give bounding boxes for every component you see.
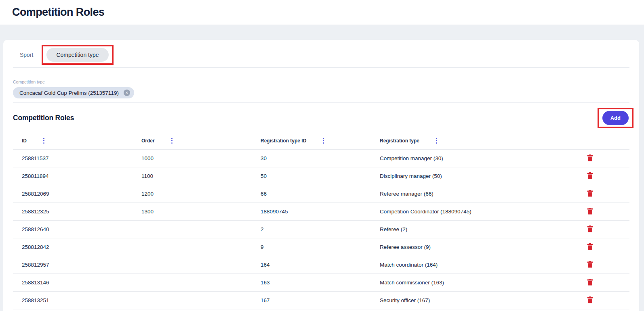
cell-order — [133, 220, 252, 238]
annotation-box-tab: Competition type — [42, 45, 113, 65]
tab-sport[interactable]: Sport — [13, 48, 40, 62]
trash-icon — [587, 190, 593, 197]
table-body: 258811537 1000 30 Competition manager (3… — [13, 149, 629, 309]
cell-id: 258812957 — [13, 256, 133, 273]
delete-row-button[interactable] — [586, 189, 594, 198]
cell-registration-type: Referee manager (66) — [371, 185, 581, 202]
cell-order: 1000 — [133, 149, 252, 167]
cell-registration-type-id: 167 — [252, 291, 371, 309]
annotation-box-add: Add — [598, 108, 633, 128]
content-card: Sport Competition type Competition type … — [3, 40, 639, 311]
trash-icon — [587, 208, 593, 215]
page-header: Competition Roles — [0, 0, 644, 25]
table-row: 258812069 1200 66 Referee manager (66) — [13, 185, 629, 202]
trash-icon — [587, 296, 593, 303]
table-row: 258812640 2 Referee (2) — [13, 220, 629, 238]
delete-row-button[interactable] — [586, 171, 594, 180]
column-header-registration-type: Registration type — [380, 138, 419, 144]
cell-registration-type: Competition manager (30) — [371, 149, 581, 167]
cell-registration-type-id: 2 — [252, 220, 371, 238]
chip-label: Concacaf Gold Cup Prelims (251357119) — [19, 90, 119, 96]
cell-registration-type: Referee (2) — [371, 220, 581, 238]
trash-icon — [587, 261, 593, 268]
cell-registration-type-id: 30 — [252, 149, 371, 167]
column-menu-icon[interactable] — [42, 137, 46, 145]
cell-order: 1100 — [133, 167, 252, 185]
table-row: 258813251 167 Security officer (167) — [13, 291, 629, 309]
cell-order: 1200 — [133, 185, 252, 202]
column-menu-icon[interactable] — [170, 137, 174, 145]
column-header-order: Order — [141, 138, 155, 144]
column-menu-icon[interactable] — [322, 137, 325, 145]
field-label: Competition type — [13, 79, 629, 84]
cell-id: 258812842 — [13, 238, 133, 256]
cell-registration-type-id: 66 — [252, 185, 371, 202]
table-row: 258812957 164 Match coordinator (164) — [13, 256, 629, 273]
trash-icon — [587, 172, 593, 179]
section-header: Competition Roles Add — [13, 108, 629, 128]
cell-id: 258812069 — [13, 185, 133, 202]
cell-registration-type: Match commissioner (163) — [371, 273, 581, 291]
page-title: Competition Roles — [12, 6, 104, 19]
table-header-row: ID Order Registration type ID Registrati… — [13, 132, 629, 149]
competition-type-chip[interactable]: Concacaf Gold Cup Prelims (251357119) ✕ — [13, 87, 134, 98]
delete-row-button[interactable] — [586, 225, 594, 233]
cell-registration-type: Disciplinary manager (50) — [371, 167, 581, 185]
cell-order — [133, 238, 252, 256]
table-row: 258813146 163 Match commissioner (163) — [13, 273, 629, 291]
cell-registration-type-id: 163 — [252, 273, 371, 291]
cell-id: 258811894 — [13, 167, 133, 185]
delete-row-button[interactable] — [586, 207, 594, 215]
cell-registration-type-id: 188090745 — [252, 202, 371, 220]
tab-bar: Sport Competition type — [13, 45, 629, 68]
cell-registration-type: Competition Coordinator (188090745) — [371, 202, 581, 220]
tab-competition-type[interactable]: Competition type — [46, 48, 108, 62]
cell-order — [133, 256, 252, 273]
cell-id: 258813146 — [13, 273, 133, 291]
cell-registration-type: Match coordinator (164) — [371, 256, 581, 273]
competition-type-field: Competition type Concacaf Gold Cup Preli… — [13, 79, 629, 103]
cell-order — [133, 273, 252, 291]
delete-row-button[interactable] — [586, 260, 594, 269]
cell-id: 258813251 — [13, 291, 133, 309]
cell-order — [133, 291, 252, 309]
cell-id: 258811537 — [13, 149, 133, 167]
cell-registration-type-id: 164 — [252, 256, 371, 273]
trash-icon — [587, 225, 593, 232]
trash-icon — [587, 154, 593, 161]
table-row: 258812325 1300 188090745 Competition Coo… — [13, 202, 629, 220]
cell-registration-type: Security officer (167) — [371, 291, 581, 309]
cell-id: 258812640 — [13, 220, 133, 238]
column-header-registration-type-id: Registration type ID — [261, 138, 306, 144]
table-row: 258811537 1000 30 Competition manager (3… — [13, 149, 629, 167]
trash-icon — [587, 243, 593, 250]
remove-chip-icon[interactable]: ✕ — [124, 90, 130, 96]
trash-icon — [587, 279, 593, 286]
column-menu-icon[interactable] — [435, 137, 438, 145]
page-background: Sport Competition type Competition type … — [0, 25, 644, 311]
delete-row-button[interactable] — [586, 242, 594, 251]
delete-row-button[interactable] — [586, 154, 594, 162]
table-row: 258811894 1100 50 Disciplinary manager (… — [13, 167, 629, 185]
table-row: 258812842 9 Referee assessor (9) — [13, 238, 629, 256]
add-button[interactable]: Add — [602, 111, 629, 125]
cell-registration-type: Referee assessor (9) — [371, 238, 581, 256]
section-title: Competition Roles — [13, 114, 74, 122]
cell-registration-type-id: 9 — [252, 238, 371, 256]
delete-row-button[interactable] — [586, 278, 594, 286]
cell-registration-type-id: 50 — [252, 167, 371, 185]
cell-order: 1300 — [133, 202, 252, 220]
delete-row-button[interactable] — [586, 296, 594, 304]
competition-roles-table: ID Order Registration type ID Registrati… — [13, 132, 629, 309]
cell-id: 258812325 — [13, 202, 133, 220]
column-header-id: ID — [22, 138, 27, 144]
